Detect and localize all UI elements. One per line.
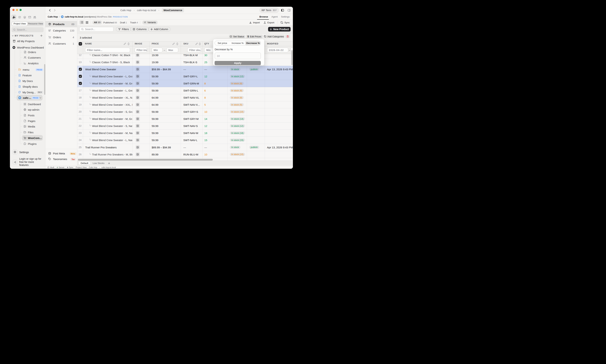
svg-text:W: W — [19, 97, 21, 99]
svg-text:W: W — [13, 46, 15, 49]
